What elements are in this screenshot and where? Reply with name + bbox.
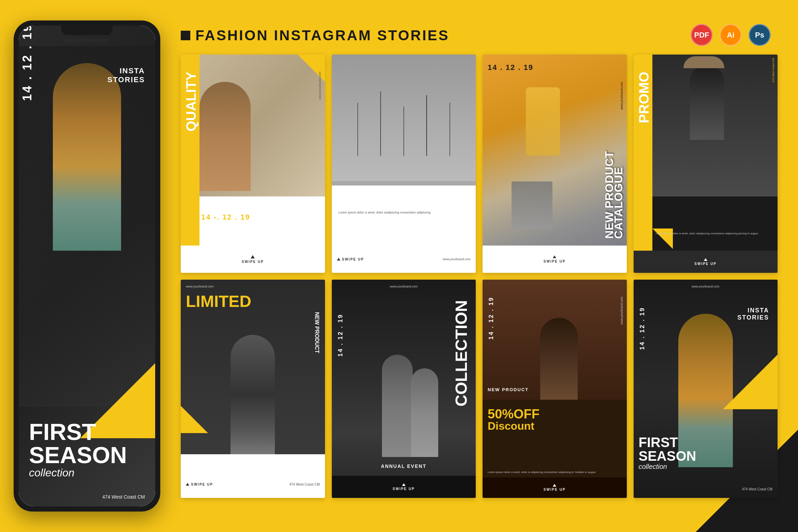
phone-mockup: www.yourbrand.com 14 . 12 . 19 INSTA STO…: [14, 20, 160, 512]
card5-swipe: SWIPE UP: [191, 483, 213, 486]
card4-swipe: SWIPE UP: [694, 262, 716, 266]
card6-date: 14 . 12 . 19: [337, 314, 344, 357]
phone-brand: 474 West Coast CM: [102, 494, 145, 500]
header-square-icon: [181, 31, 190, 40]
card1-swipe: SWIPE UP: [242, 260, 264, 264]
tool-icons-container: PDF Ai Ps: [691, 24, 771, 46]
card2-brand: www.yourbrand.com: [443, 257, 471, 261]
card8-url: www.yourbrand.com: [634, 285, 778, 288]
card7-date: 14 . 12 . 19: [488, 297, 495, 340]
card3-catalogue: Catalogue: [612, 167, 625, 239]
card8-insta: INSTA: [737, 307, 769, 314]
story-card-quality[interactable]: Quality www.yourbrand.com 14 -. 12 . 19 …: [181, 55, 325, 273]
card8-season: SEASON: [639, 449, 696, 463]
card5-limited: Limited: [186, 293, 251, 310]
card5-west-coast: 474 West Coast CM: [289, 483, 320, 486]
card6-swipe: SWIPE UP: [393, 487, 415, 491]
card8-brand: 474 West Coast CM: [742, 487, 772, 491]
story-card-limited[interactable]: Limited Edition Lorem ipsum dolor si ame…: [332, 55, 476, 273]
pdf-icon[interactable]: PDF: [691, 24, 713, 46]
card1-brand: www.yourbrand.com: [318, 72, 322, 100]
phone-screen: www.yourbrand.com 14 . 12 . 19 INSTA STO…: [19, 26, 155, 506]
card6-annual-event: ANNUAL EVENT: [332, 463, 476, 469]
card7-brand: www.yourbrand.com: [620, 297, 623, 325]
ai-icon[interactable]: Ai: [720, 24, 742, 46]
page-title: FASHION INSTAGRAM STORIES: [195, 27, 449, 44]
phone-notch: [61, 26, 113, 35]
story-card-collection[interactable]: www.yourbrand.com 14 . 12 . 19 Collectio…: [332, 280, 476, 498]
phone-url: www.yourbrand.com: [19, 38, 155, 43]
card3-date: 14 . 12 . 19: [488, 63, 533, 72]
card7-lorem: Lorem ipsum dolor si amet, dolor si adip…: [488, 470, 622, 474]
story-card-promo[interactable]: Promo 474 West Coast CM Lorem ipsum dolo…: [634, 55, 778, 273]
card4-promo-title: Promo: [636, 72, 652, 123]
card3-brand: www.yourbrand.com: [620, 82, 623, 110]
stories-grid: Quality www.yourbrand.com 14 -. 12 . 19 …: [181, 55, 778, 498]
card1-date: 14 -. 12 . 19: [201, 213, 250, 222]
page-header: FASHION INSTAGRAM STORIES: [181, 27, 449, 44]
story-card-catalogue[interactable]: 14 . 12 . 19 www.yourbrand.com New Produ…: [483, 55, 627, 273]
phone-insta-label: INSTA STORIES: [107, 66, 145, 84]
card8-first: FIRST: [639, 435, 696, 449]
story-card-limited-product[interactable]: www.yourbrand.com Limited NEW PRODUCT SW…: [181, 280, 325, 498]
card8-date: 14 . 12 . 19: [639, 307, 646, 350]
quality-title: Quality: [183, 72, 199, 132]
phone-date: 14 . 12 . 19: [20, 26, 34, 101]
card6-brand: www.yourbrand.com: [332, 285, 476, 288]
story-card-first-season-dark[interactable]: www.yourbrand.com 14 . 12 . 19 INSTA STO…: [634, 280, 778, 498]
card7-discount-pct: 50%OFF: [488, 408, 540, 420]
card2-lorem: Lorem ipsum dolor si amet, dolor siadips…: [339, 210, 469, 215]
card7-new-product: NEW PRODUCT: [488, 387, 529, 392]
phone-bottom-text: FIRST SEASON collection: [29, 420, 127, 479]
ps-icon[interactable]: Ps: [749, 24, 771, 46]
card4-brand: 474 West Coast CM: [772, 58, 775, 82]
card5-brand: www.yourbrand.com: [186, 285, 214, 288]
card7-discount-word: Discount: [488, 420, 540, 431]
card3-swipe: SWIPE UP: [544, 260, 566, 263]
card2-swipe: SWIPE UP: [342, 257, 364, 261]
card8-stories: STORIES: [737, 314, 769, 321]
story-card-discount[interactable]: www.yourbrand.com 14 . 12 . 19 NEW PRODU…: [483, 280, 627, 498]
card4-lorem: Lorem ipsum dolor si amet, dolor siadips…: [656, 232, 773, 235]
card7-swipe: SWIPE UP: [544, 488, 566, 491]
card6-collection: Collection: [452, 300, 471, 407]
card5-new-product: NEW PRODUCT: [314, 312, 320, 353]
card8-collection: collection: [639, 463, 696, 471]
